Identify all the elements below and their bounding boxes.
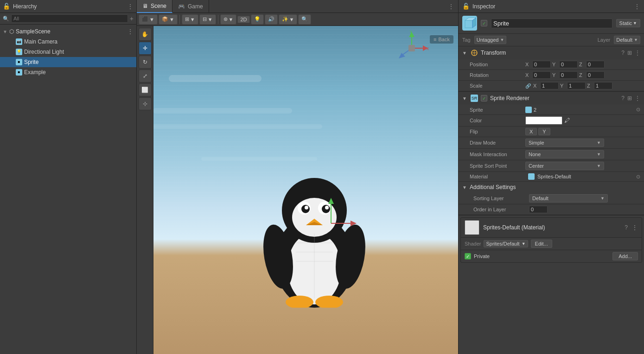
- active-checkbox[interactable]: ✓: [481, 20, 487, 26]
- svg-point-3: [292, 198, 337, 237]
- sprite-sort-point-dropdown[interactable]: Center ▼: [525, 162, 604, 170]
- grid-snap-btn[interactable]: ⊟ ▼: [199, 14, 216, 25]
- back-label: Back: [439, 37, 450, 42]
- transform-settings-icon[interactable]: ⊞: [627, 50, 632, 56]
- tab-scene[interactable]: 🖥 Scene: [137, 0, 172, 13]
- sprite-renderer-header[interactable]: ▼ SR ✓ Sprite Renderer ? ⊞ ⋮: [459, 92, 644, 105]
- color-swatch[interactable]: [525, 116, 562, 125]
- sprite-target-icon[interactable]: ⊙: [636, 107, 640, 113]
- rotate-tool[interactable]: ↻: [139, 56, 152, 69]
- eyedropper-icon[interactable]: 🖍: [564, 117, 570, 124]
- material-help-icon[interactable]: ?: [625, 224, 628, 231]
- transform-tool[interactable]: ⊹: [139, 97, 152, 110]
- position-y-input[interactable]: [559, 61, 578, 68]
- material-menu-icon[interactable]: ⋮: [631, 224, 638, 231]
- sprite-renderer-actions: ? ⊞ ⋮: [621, 95, 640, 101]
- object-name-input[interactable]: [491, 19, 612, 28]
- scene-menu-icon[interactable]: ⋮: [127, 28, 134, 35]
- fx-btn[interactable]: ✨ ▼: [279, 14, 298, 25]
- rotation-z-input[interactable]: [586, 71, 605, 79]
- scale-x-label: X: [533, 83, 540, 88]
- move-tool[interactable]: ✛: [139, 42, 152, 55]
- position-z-input[interactable]: [586, 61, 605, 68]
- hierarchy-header: 🔓 Hierarchy ⋮: [0, 0, 136, 13]
- tab-game[interactable]: 🎮 Game: [172, 0, 209, 13]
- mask-interaction-row: Mask Interaction None ▼: [459, 149, 644, 160]
- directional-light-label: Directional Light: [24, 49, 64, 55]
- position-x-field: X: [525, 61, 551, 68]
- hierarchy-menu-icon[interactable]: ⋮: [127, 3, 134, 10]
- center-panel: 🖥 Scene 🎮 Game ⋮ ⬛ ▼ 📦 ▼: [137, 0, 459, 354]
- shader-dropdown[interactable]: Sprites/Default ▼: [484, 240, 528, 247]
- rotation-x-input[interactable]: [532, 71, 551, 79]
- draw-mode-dropdown[interactable]: Simple ▼: [525, 139, 604, 147]
- private-checkbox[interactable]: [465, 253, 471, 259]
- shader-value: Sprites/Default: [486, 241, 519, 247]
- position-x-input[interactable]: [532, 61, 551, 68]
- hierarchy-item-example[interactable]: ■ Example: [0, 67, 136, 77]
- position-y-label: Y: [552, 62, 559, 67]
- scale-lock-icon[interactable]: 🔗: [525, 83, 531, 88]
- audio-btn[interactable]: 🔊: [265, 14, 278, 25]
- sprite-renderer-help-icon[interactable]: ?: [621, 95, 625, 101]
- search-icon: 🔍: [3, 16, 9, 22]
- transform-header[interactable]: ▼ Transform ? ⊞ ⋮: [459, 46, 644, 59]
- mask-interaction-dropdown[interactable]: None ▼: [525, 150, 604, 158]
- hierarchy-lock-icon[interactable]: 🔓: [3, 3, 10, 10]
- layer-dropdown[interactable]: Default ▼: [614, 36, 640, 44]
- inspector-panel: 🔓 Inspector ⋮ ✓ Static ▼: [459, 0, 644, 354]
- inspector-menu-icon[interactable]: ⋮: [634, 3, 640, 10]
- draw-mode-value-text: Simple: [529, 140, 544, 145]
- hierarchy-item-directional-light[interactable]: 💡 Directional Light: [0, 47, 136, 57]
- scale-x-input[interactable]: [540, 82, 559, 89]
- flip-x-button[interactable]: X: [525, 128, 537, 135]
- 3d-cube-svg: [463, 17, 476, 30]
- rect-tool[interactable]: ⬜: [139, 83, 152, 96]
- hierarchy-item-sprite[interactable]: ■ Sprite: [0, 57, 136, 67]
- scene-viewport[interactable]: ✋ ✛ ↻ ⤢ ⬜ ⊹: [137, 26, 458, 354]
- tag-dropdown[interactable]: Untagged ▼: [474, 36, 507, 44]
- transform-menu-icon[interactable]: ⋮: [635, 50, 640, 56]
- static-dropdown[interactable]: Static ▼: [616, 19, 640, 27]
- sprite-renderer-menu-icon[interactable]: ⋮: [635, 95, 640, 101]
- edit-shader-button[interactable]: Edit...: [531, 240, 552, 248]
- scene-draw-mode-btn[interactable]: ⬛ ▼: [139, 14, 158, 25]
- material-target-icon[interactable]: ⊙: [636, 174, 640, 180]
- scene-icon: ⬡: [9, 28, 14, 35]
- scene-item-samplescene[interactable]: ▼ ⬡ SampleScene ⋮: [0, 26, 136, 37]
- add-hierarchy-icon[interactable]: +: [130, 15, 134, 22]
- flip-y-button[interactable]: Y: [538, 128, 550, 135]
- mask-interaction-value: None ▼: [525, 150, 640, 158]
- inspector-lock-icon[interactable]: 🔓: [462, 3, 470, 10]
- rotation-y-input[interactable]: [559, 71, 578, 79]
- material-section-header: Sprites-Default (Material) ? ⋮: [461, 218, 642, 237]
- search-scene-btn[interactable]: 🔍: [298, 14, 311, 25]
- back-button[interactable]: ≡ Back: [430, 35, 453, 44]
- snap-btn[interactable]: ⊞ ▼: [182, 14, 198, 25]
- sprite-renderer-settings-icon[interactable]: ⊞: [627, 95, 632, 101]
- scene-3d-toggle-btn[interactable]: 📦 ▼: [159, 14, 178, 25]
- sorting-layer-dropdown[interactable]: Default ▼: [529, 194, 608, 202]
- light-toggle-btn[interactable]: 💡: [251, 14, 264, 25]
- hierarchy-title: Hierarchy: [13, 3, 37, 10]
- viewport-menu-icon[interactable]: ⋮: [448, 3, 454, 10]
- scale-z-input[interactable]: [594, 82, 612, 89]
- add-button[interactable]: Add...: [612, 252, 638, 260]
- scale-tool[interactable]: ⤢: [139, 70, 152, 82]
- order-in-layer-input[interactable]: [529, 206, 548, 213]
- scale-x-field: X: [533, 82, 559, 89]
- search-input[interactable]: [11, 14, 128, 23]
- scene-orientation-gizmo: y x: [393, 30, 430, 67]
- hierarchy-item-main-camera[interactable]: 📷 Main Camera: [0, 37, 136, 47]
- scale-y-input[interactable]: [567, 82, 586, 89]
- position-label: Position: [470, 62, 525, 67]
- gizmos-btn[interactable]: ⊛ ▼: [220, 14, 237, 25]
- svg-text:x: x: [427, 46, 429, 51]
- additional-settings-header[interactable]: ▼ Additional Settings: [459, 182, 644, 193]
- hand-tool[interactable]: ✋: [139, 28, 152, 41]
- rotation-x-field: X: [525, 71, 551, 79]
- transform-help-icon[interactable]: ?: [621, 50, 625, 56]
- flip-buttons: X Y: [525, 128, 640, 135]
- 2d-toggle-btn[interactable]: 2D: [237, 16, 249, 23]
- sprite-renderer-checkbox[interactable]: ✓: [481, 95, 487, 101]
